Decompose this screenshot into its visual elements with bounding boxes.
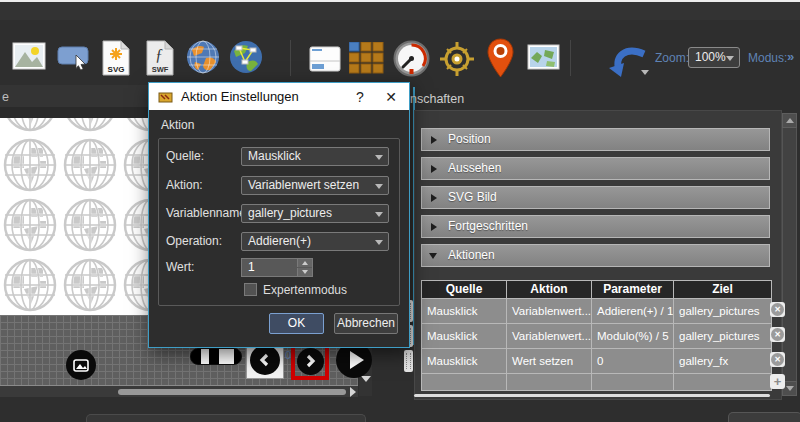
chevron-down-icon	[375, 155, 383, 160]
column-header[interactable]: Ziel	[674, 281, 771, 298]
triangle-right-icon	[350, 387, 356, 397]
chevron-down-icon	[726, 56, 734, 61]
table-cell[interactable]: 0	[592, 349, 673, 373]
globe-network-icon[interactable]	[229, 40, 263, 74]
grid-icon[interactable]	[349, 42, 384, 74]
aktion-select[interactable]: Variablenwert setzen	[241, 176, 389, 195]
globe-graphic[interactable]	[2, 137, 58, 193]
section-svg-bild[interactable]: SVG Bild	[421, 186, 770, 209]
delete-row-button[interactable]: ✕	[770, 302, 785, 317]
table-cell[interactable]: gallery_pictures	[674, 324, 771, 348]
button-icon[interactable]	[57, 44, 91, 72]
zoom-value: 100%	[695, 50, 726, 64]
table-cell[interactable]: Mausklick	[422, 349, 506, 373]
table-cell[interactable]: Mausklick	[422, 299, 506, 323]
dialog-titlebar[interactable]: Aktion Einstellungen ? ✕	[149, 83, 409, 110]
add-row-button[interactable]: +	[770, 374, 785, 389]
globe-graphic[interactable]	[2, 257, 58, 313]
play-icon	[350, 351, 364, 369]
empty-row-cell[interactable]	[674, 374, 771, 390]
globe-graphic[interactable]	[62, 137, 118, 193]
delete-row-button[interactable]: ✕	[770, 352, 785, 367]
section-label: Aktionen	[448, 248, 495, 262]
expertenmodus-label: Expertenmodus	[263, 283, 347, 297]
chevron-right-icon	[297, 348, 324, 375]
image-icon[interactable]	[12, 42, 46, 70]
wert-value: 1	[248, 260, 255, 274]
table-cell[interactable]: Addieren(+) / 1	[592, 299, 673, 323]
pagination-strip-object[interactable]	[190, 348, 242, 365]
table-cell[interactable]: Wert setzen	[507, 349, 591, 373]
zoom-select[interactable]: 100%	[688, 47, 740, 68]
window-icon[interactable]	[309, 46, 341, 72]
expand-arrow-icon	[431, 223, 437, 231]
window-top-strip	[0, 0, 800, 20]
expertenmodus-checkbox[interactable]	[244, 283, 257, 296]
triangle-down-icon	[786, 386, 794, 391]
map-icon[interactable]	[527, 44, 560, 70]
variablenname-select[interactable]: gallery_pictures	[241, 204, 389, 223]
column-header[interactable]: Aktion	[507, 281, 591, 298]
bottom-right-panel-edge	[728, 412, 800, 422]
triangle-up-icon	[786, 118, 794, 123]
empty-row-cell[interactable]	[592, 374, 673, 390]
cancel-button[interactable]: Abbrechen	[334, 313, 398, 334]
chevron-down-icon	[375, 240, 383, 245]
operation-select[interactable]: Addieren(+)	[241, 232, 389, 251]
wert-label: Wert:	[166, 258, 194, 277]
triangle-down-icon	[302, 270, 308, 274]
modus-overflow-chevrons[interactable]: »	[787, 49, 794, 64]
wert-spinner[interactable]: 1	[241, 258, 313, 277]
spin-up-button[interactable]	[297, 259, 312, 267]
variablenname-value: gallery_pictures	[248, 206, 332, 220]
table-cell[interactable]: Variablenwert...	[507, 299, 591, 323]
globe-graphic[interactable]	[2, 197, 58, 253]
quelle-select[interactable]: Mausklick	[241, 147, 389, 166]
panel-scroll-up-button[interactable]	[782, 113, 797, 128]
table-cell[interactable]: gallery_pictures	[674, 299, 771, 323]
collapse-arrow-icon	[429, 253, 437, 259]
row-drag-handle[interactable]	[404, 350, 413, 372]
ok-button[interactable]: OK	[269, 313, 324, 334]
section-aussehen[interactable]: Aussehen	[421, 157, 770, 180]
globe-graphic[interactable]	[62, 257, 118, 313]
globe-graphic[interactable]	[2, 118, 58, 133]
section-fortgeschritten[interactable]: Fortgeschritten	[421, 215, 770, 238]
zoom-label: Zoom:	[655, 51, 689, 65]
table-cell[interactable]: Mausklick	[422, 324, 506, 348]
canvas-scrollbar-handle[interactable]	[118, 389, 346, 395]
section-position[interactable]: Position	[421, 128, 770, 151]
column-header[interactable]: Quelle	[422, 281, 506, 298]
globe-graphic[interactable]	[62, 118, 118, 133]
section-label: Position	[448, 132, 491, 146]
expand-arrow-icon	[431, 194, 437, 202]
column-header[interactable]: Parameter	[592, 281, 673, 298]
table-cell[interactable]: Variablenwert...	[507, 324, 591, 348]
close-button[interactable]: ✕	[379, 85, 403, 109]
swf-file-icon[interactable]: ƒSWF	[146, 40, 174, 76]
help-button[interactable]: ?	[348, 85, 372, 109]
variablenname-label: Variablenname:	[166, 204, 249, 223]
table-cell[interactable]: gallery_fx	[674, 349, 771, 373]
gauge-icon[interactable]	[393, 40, 430, 77]
map-pin-icon[interactable]	[487, 38, 514, 78]
expand-arrow-icon	[431, 165, 437, 173]
globe-icon[interactable]	[186, 40, 220, 74]
empty-row-cell[interactable]	[507, 374, 591, 390]
canvas-scroll-right-button[interactable]	[347, 387, 358, 397]
crosshair-icon[interactable]	[439, 41, 475, 77]
chevron-down-icon	[375, 184, 383, 189]
empty-row-cell[interactable]	[422, 374, 506, 390]
undo-dropdown-chevron-icon[interactable]	[641, 70, 649, 75]
svg-file-icon[interactable]: SVG	[102, 40, 130, 76]
panel-horizontal-scrollbar[interactable]	[414, 394, 770, 397]
spin-down-button[interactable]	[297, 268, 312, 276]
delete-row-button[interactable]: ✕	[770, 327, 785, 342]
table-cell[interactable]: Modulo(%) / 5	[592, 324, 673, 348]
section-aktionen-expanded[interactable]: Aktionen	[421, 244, 770, 267]
operation-label: Operation:	[166, 232, 222, 251]
triangle-down-icon	[361, 376, 371, 382]
image-bullet-object[interactable]	[66, 350, 96, 380]
globe-graphic[interactable]	[62, 197, 118, 253]
actions-table: Quelle Aktion Parameter Ziel Mausklick V…	[421, 280, 772, 391]
